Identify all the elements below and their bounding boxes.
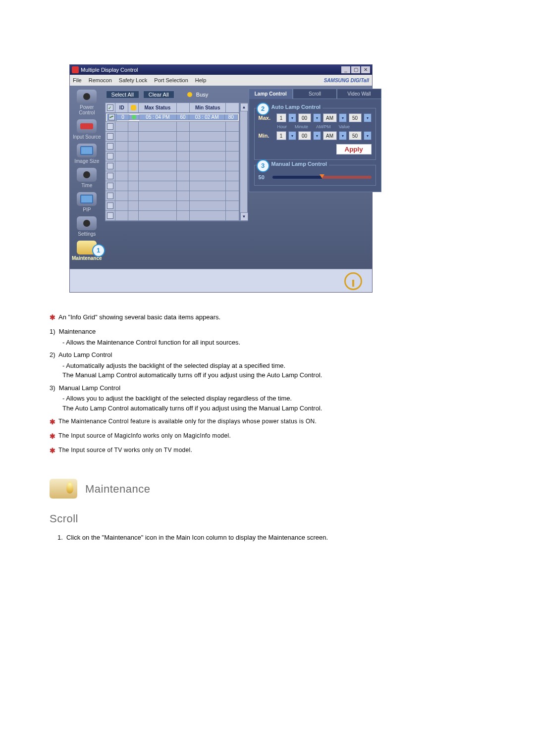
input-source-icon	[77, 119, 97, 133]
menu-port-selection[interactable]: Port Selection	[154, 77, 188, 83]
info-grid: ✓ ID Max Status Min Status 0	[105, 102, 244, 221]
manual-lamp-slider[interactable]	[272, 176, 372, 179]
tabs: Lamp Control Scroll Video Wall	[249, 89, 381, 99]
image-size-icon	[77, 144, 97, 157]
sidebar-item-pip[interactable]: PIP	[72, 191, 102, 215]
item-line: - Allows you to adjust the backlight of …	[62, 394, 485, 403]
star-icon: ✱	[50, 312, 55, 323]
lamp-control-panel: 2 Auto Lamp Control Max. 1▾ 00▾ AM▾ 50▾ …	[249, 99, 381, 192]
row-checkbox[interactable]	[107, 173, 113, 179]
sidebar-item-time[interactable]: Time	[72, 167, 102, 191]
list-item: 3) Manual Lamp Control	[50, 383, 485, 393]
busy-icon	[187, 92, 192, 97]
dropdown-icon[interactable]: ▾	[313, 113, 321, 122]
tab-scroll[interactable]: Scroll	[293, 89, 337, 99]
row-checkbox[interactable]	[107, 133, 113, 140]
row-checkbox[interactable]	[107, 153, 113, 159]
time-icon	[77, 168, 97, 182]
maintenance-section-icon	[50, 479, 77, 499]
grid-header-minval[interactable]	[226, 103, 239, 113]
dropdown-icon[interactable]: ▾	[364, 113, 372, 122]
grid-scrollbar[interactable]: ▲ ▼	[240, 102, 248, 221]
min-hour-input[interactable]: 1	[276, 131, 286, 140]
menu-file[interactable]: File	[73, 77, 82, 83]
min-value-input[interactable]: 50	[349, 131, 362, 140]
brand-label: SAMSUNG DIGITall	[324, 78, 369, 83]
busy-label: Busy	[196, 92, 208, 98]
tab-lamp-control[interactable]: Lamp Control	[249, 89, 293, 99]
step-text: Click on the "Maintenance" icon in the M…	[66, 534, 328, 541]
subsection-heading: Scroll	[50, 510, 485, 527]
grid-header-maxval[interactable]	[177, 103, 190, 113]
apply-button[interactable]: Apply	[336, 144, 372, 154]
sidebar-item-maintenance[interactable]: 1 Maintenance	[72, 240, 102, 264]
item-num: 3)	[50, 384, 55, 392]
menu-safety-lock[interactable]: Safety Lock	[119, 77, 147, 83]
item-line: - Allows the Maintenance Control functio…	[62, 338, 485, 348]
dropdown-icon[interactable]: ▾	[364, 131, 372, 140]
app-window: Multiple Display Control _ ▢ ✕ File Remo…	[69, 64, 373, 293]
clear-all-button[interactable]: Clear All	[143, 91, 174, 99]
row-checkbox[interactable]	[107, 123, 113, 130]
grid-header-status[interactable]	[128, 103, 138, 113]
sidebar-item-image-size[interactable]: Image Size	[72, 143, 102, 167]
row-checkbox[interactable]	[107, 143, 113, 150]
menu-help[interactable]: Help	[195, 77, 207, 83]
manual-lamp-value: 50	[259, 174, 268, 180]
grid-header-id[interactable]: ID	[115, 103, 128, 113]
minimize-button[interactable]: _	[341, 66, 350, 73]
row-checkbox[interactable]	[107, 212, 113, 219]
section-heading-row: Maintenance	[50, 479, 485, 499]
center-pane: Select All Clear All Busy ✓ ID Max Statu…	[104, 89, 246, 264]
close-button[interactable]: ✕	[361, 66, 370, 73]
max-ampm-input[interactable]: AM	[323, 113, 337, 122]
manual-lamp-fieldset: 3 Manual Lamp Control 50	[254, 165, 376, 186]
scroll-up-icon[interactable]: ▲	[240, 103, 248, 111]
dropdown-icon[interactable]: ▾	[339, 113, 347, 122]
sidebar-item-label: Time	[72, 183, 102, 188]
sidebar-item-input-source[interactable]: Input Source	[72, 118, 102, 143]
power-icon	[77, 90, 97, 103]
dropdown-icon[interactable]: ▾	[313, 131, 321, 140]
note: The Input source of MagicInfo works only…	[58, 431, 231, 440]
cell-min: 03 : 02 AM	[189, 114, 224, 120]
sidebar-item-settings[interactable]: Settings	[72, 215, 102, 240]
dropdown-icon[interactable]: ▾	[339, 131, 347, 140]
app-body: Power Control Input Source Image Size Ti…	[70, 86, 372, 269]
grid-row-empty	[106, 151, 239, 161]
row-checkbox[interactable]	[107, 183, 113, 189]
item-title: Maintenance	[59, 328, 96, 335]
sidebar-item-power-control[interactable]: Power Control	[72, 89, 102, 118]
row-checkbox[interactable]	[108, 114, 115, 120]
scroll-down-icon[interactable]: ▼	[240, 212, 248, 221]
grid-header-min[interactable]: Min Status	[190, 103, 226, 113]
row-checkbox[interactable]	[107, 193, 113, 199]
item-title: Auto Lamp Control	[58, 351, 112, 358]
min-ampm-input[interactable]: AM	[323, 131, 337, 140]
window-titlebar[interactable]: Multiple Display Control _ ▢ ✕	[70, 65, 372, 75]
maximize-button[interactable]: ▢	[351, 66, 360, 73]
dropdown-icon[interactable]: ▾	[288, 131, 296, 140]
slider-thumb-icon[interactable]	[320, 174, 324, 178]
sidebar-item-label: Power Control	[72, 104, 102, 115]
auto-lamp-min-row: Min. 1▾ 00▾ AM▾ 50▾	[259, 131, 372, 140]
grid-row-empty	[106, 191, 239, 201]
settings-icon	[77, 216, 97, 230]
tab-video-wall[interactable]: Video Wall	[337, 89, 381, 99]
max-minute-input[interactable]: 00	[298, 113, 311, 122]
max-hour-input[interactable]: 1	[276, 113, 286, 122]
max-value-input[interactable]: 50	[349, 113, 362, 122]
intro-text: An "Info Grid" showing several basic dat…	[58, 312, 220, 322]
grid-header-max[interactable]: Max Status	[139, 103, 177, 113]
menu-remocon[interactable]: Remocon	[89, 77, 112, 83]
min-minute-input[interactable]: 00	[298, 131, 311, 140]
star-icon: ✱	[50, 417, 55, 427]
select-all-button[interactable]: Select All	[106, 91, 139, 99]
row-checkbox[interactable]	[107, 163, 113, 169]
row-checkbox[interactable]	[107, 202, 113, 209]
item-line: The Manual Lamp Control automatically tu…	[62, 370, 485, 380]
dropdown-icon[interactable]: ▾	[288, 113, 296, 122]
grid-header-check[interactable]: ✓	[106, 103, 115, 113]
star-icon: ✱	[50, 446, 55, 456]
grid-row[interactable]: 0 05 : 04 PM 60 03 : 02 AM 80	[106, 113, 239, 122]
